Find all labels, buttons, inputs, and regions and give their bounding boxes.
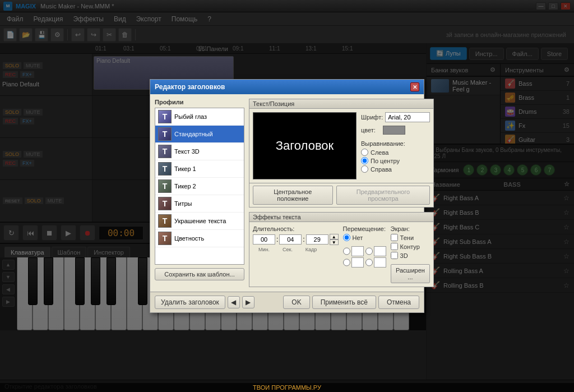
color-row: цвет: — [361, 126, 430, 135]
profile-text3d[interactable]: T Текст 3D — [155, 143, 244, 160]
profile-icon: T — [158, 110, 172, 123]
profiles-list[interactable]: T Рыбий глаз T Стандартный T Текст 3D T … — [155, 108, 244, 265]
movement-radio-3[interactable] — [365, 246, 373, 256]
ok-button[interactable]: OK — [283, 296, 309, 309]
profiles-label: Профили — [155, 99, 244, 105]
duration-min-input[interactable] — [253, 234, 275, 245]
preview-text: Заголовок — [276, 139, 334, 153]
outline-row: Контур — [391, 243, 430, 250]
duration-sublabels: Мин. Сек. Кадр — [253, 247, 339, 252]
apply-all-button[interactable]: Применить всё — [312, 296, 376, 309]
dialog-profiles-section: Профили T Рыбий глаз T Стандартный T Тек… — [155, 99, 244, 287]
profile-icon: T — [158, 162, 172, 176]
movement-left-inputs — [343, 246, 364, 268]
delete-title-button[interactable]: Удалить заголовок — [155, 296, 225, 309]
profile-fish-eye[interactable]: T Рыбий глаз — [155, 108, 244, 126]
align-right-label: Справа — [371, 166, 392, 173]
profile-name: Цветность — [174, 235, 204, 242]
movement-none-radio[interactable] — [343, 234, 350, 241]
preview-button[interactable]: Предварительного просмотра — [336, 186, 430, 205]
profile-titles[interactable]: T Титры — [155, 195, 244, 213]
nav-prev-button[interactable]: ◀ — [228, 296, 240, 308]
expand-button[interactable]: Расширен ... — [391, 264, 430, 283]
profile-decoration[interactable]: T Украшение текста — [155, 213, 244, 230]
duration-frame-label: Кадр — [300, 247, 322, 252]
duration-sec-label: Сек. — [276, 247, 299, 252]
center-position-button[interactable]: Центральное положение — [253, 186, 333, 205]
profile-name: Украшение текста — [174, 218, 226, 224]
threed-checkbox[interactable] — [391, 252, 398, 259]
movement-column: Перемещение: Нет — [343, 225, 386, 283]
movement-right-inputs — [365, 246, 386, 268]
movement-radio-2[interactable] — [343, 257, 350, 268]
profile-ticker2[interactable]: T Тикер 2 — [155, 178, 244, 195]
threed-label: 3D — [400, 252, 408, 259]
text-position-content: Заголовок Шрифт: цвет: — [249, 109, 433, 183]
movement-none-row: Нет — [343, 234, 386, 241]
save-template-button[interactable]: Сохранить как шаблон... — [155, 268, 244, 280]
align-left-radio[interactable] — [361, 149, 368, 156]
duration-sec-input[interactable] — [279, 234, 302, 245]
movement-radio-1[interactable] — [343, 246, 350, 256]
shadow-checkbox[interactable] — [391, 234, 398, 241]
movement-mini-2[interactable] — [351, 257, 364, 268]
profile-icon: T — [158, 145, 172, 158]
title-editor-dialog: Редактор заголовков ✕ Профили T Рыбий гл… — [150, 79, 424, 313]
outline-label: Контур — [400, 243, 420, 250]
profile-color[interactable]: T Цветность — [155, 230, 244, 247]
align-left-label: Слева — [371, 149, 388, 156]
position-buttons: Центральное положение Предварительного п… — [249, 183, 433, 207]
profile-icon: T — [158, 127, 172, 141]
text-position-header: Текст/Позиция — [249, 99, 433, 109]
align-center-label: По центру — [371, 158, 400, 164]
align-section: Выравнивание: Слева По центру — [361, 140, 430, 174]
text-effects-section: Эффекты текста Длительность: : : — [249, 212, 434, 287]
screen-label: Экран: — [391, 225, 430, 232]
align-label: Выравнивание: — [361, 140, 430, 147]
duration-column: Длительность: : : ▲ ▼ — [253, 225, 339, 283]
footer-left: Удалить заголовок ◀ ▶ — [155, 296, 254, 309]
duration-inputs-row: : : ▲ ▼ — [253, 234, 339, 245]
text-effects-content: Длительность: : : ▲ ▼ — [249, 222, 433, 287]
movement-mini-4[interactable] — [374, 257, 386, 268]
dialog-overlay: Редактор заголовков ✕ Профили T Рыбий гл… — [0, 0, 574, 392]
duration-label: Длительность: — [253, 225, 339, 232]
movement-row-3 — [365, 246, 386, 256]
movement-label: Перемещение: — [343, 225, 386, 232]
colon2: : — [303, 236, 304, 243]
duration-down[interactable]: ▼ — [330, 239, 339, 245]
movement-mini-1[interactable] — [351, 246, 364, 256]
font-controls: Шрифт: цвет: Выравнивание: — [361, 112, 430, 179]
font-input[interactable] — [385, 112, 430, 122]
font-row: Шрифт: — [361, 112, 430, 122]
profile-ticker1[interactable]: T Тикер 1 — [155, 160, 244, 178]
color-label: цвет: — [361, 127, 381, 133]
color-picker[interactable] — [383, 126, 405, 135]
align-right-radio[interactable] — [361, 165, 368, 173]
profile-standard[interactable]: T Стандартный — [155, 126, 244, 143]
movement-mini-3[interactable] — [374, 246, 386, 256]
nav-next-button[interactable]: ▶ — [242, 296, 254, 308]
profile-name: Рыбий глаз — [174, 113, 207, 120]
movement-radio-4[interactable] — [365, 257, 373, 268]
threed-row: 3D — [391, 252, 430, 259]
profile-icon: T — [158, 197, 172, 210]
dialog-close-button[interactable]: ✕ — [410, 82, 419, 91]
movement-inputs — [343, 246, 386, 268]
movement-row-4 — [365, 257, 386, 268]
outline-checkbox[interactable] — [391, 243, 398, 250]
cancel-button[interactable]: Отмена — [378, 296, 419, 309]
duration-up[interactable]: ▲ — [330, 234, 339, 239]
duration-spinners: ▲ ▼ — [330, 234, 339, 245]
dialog-title: Редактор заголовков — [155, 83, 410, 91]
text-position-section: Текст/Позиция Заголовок Шрифт: — [249, 99, 434, 207]
profile-name: Тикер 2 — [174, 183, 196, 190]
profile-name: Тикер 1 — [174, 165, 196, 172]
dialog-right-section: Текст/Позиция Заголовок Шрифт: — [249, 99, 434, 287]
movement-row-2 — [343, 257, 364, 268]
profile-icon: T — [158, 214, 172, 228]
title-preview: Заголовок — [253, 112, 357, 179]
duration-frame-input[interactable] — [306, 234, 328, 245]
align-center-radio[interactable] — [361, 157, 368, 164]
dialog-footer: Удалить заголовок ◀ ▶ OK Применить всё О… — [150, 292, 424, 312]
